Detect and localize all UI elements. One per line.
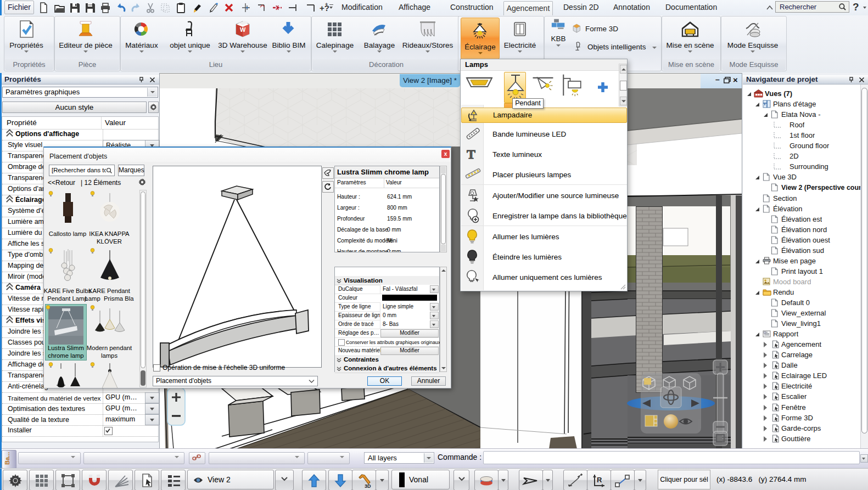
svg-text:3D: 3D <box>365 483 371 489</box>
svg-text:W: W <box>240 26 246 33</box>
svg-text:+: + <box>325 2 328 7</box>
svg-text:T: T <box>467 147 475 161</box>
svg-text:R: R <box>597 476 602 484</box>
